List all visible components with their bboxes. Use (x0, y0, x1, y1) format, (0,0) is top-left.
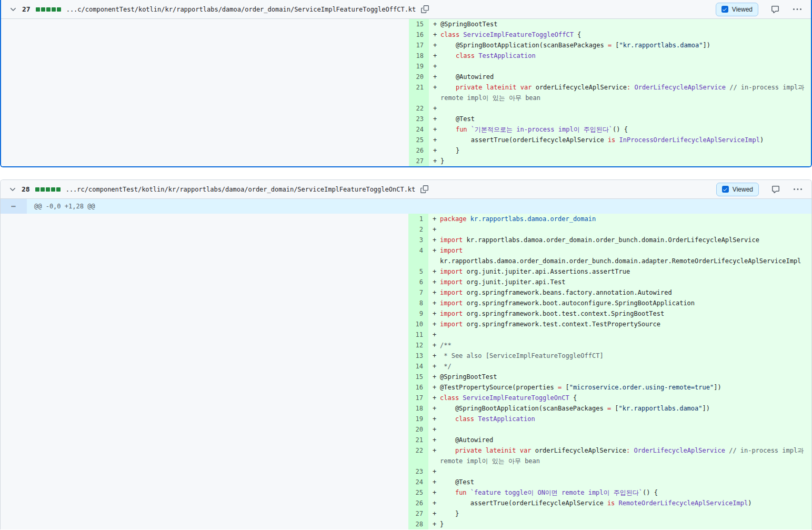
line-number[interactable]: 1 (408, 214, 428, 224)
added-code-cell[interactable]: + (428, 424, 811, 435)
added-code-cell[interactable]: + @Test (429, 114, 811, 124)
line-number[interactable]: 18 (409, 51, 429, 61)
line-number[interactable]: 20 (408, 424, 428, 435)
line-number[interactable]: 17 (408, 393, 428, 403)
line-number[interactable]: 16 (408, 382, 428, 393)
expand-hunk-button[interactable]: ⋯ (1, 199, 27, 214)
line-number[interactable]: 2 (408, 224, 428, 235)
added-code-cell[interactable]: + class TestApplication (428, 414, 811, 424)
copy-path-button[interactable] (420, 5, 429, 14)
added-code-cell[interactable]: + @Autowired (429, 72, 811, 82)
added-code-cell[interactable]: + private lateinit var orderLifecycleApl… (429, 82, 811, 103)
line-number[interactable]: 13 (408, 351, 428, 361)
viewed-checkbox[interactable] (722, 186, 729, 193)
viewed-toggle[interactable]: Viewed (716, 3, 758, 16)
line-number[interactable]: 27 (408, 508, 428, 519)
line-number[interactable]: 26 (409, 145, 429, 156)
added-code-cell[interactable]: +@SpringBootTest (429, 19, 811, 29)
line-number[interactable]: 6 (408, 277, 428, 287)
added-code-cell[interactable]: + (429, 103, 811, 114)
added-code-cell[interactable]: + @SpringBootApplication(scanBasePackage… (429, 40, 811, 51)
line-number[interactable]: 25 (409, 135, 429, 145)
added-code-cell[interactable]: + (429, 61, 811, 72)
collapse-file-button[interactable] (8, 5, 18, 14)
line-number[interactable]: 28 (408, 519, 428, 529)
added-code-cell[interactable]: + fun `기본적으로는 in-process impl이 주입된다`() { (429, 124, 811, 135)
added-code-cell[interactable]: + */ (428, 361, 811, 372)
added-code-cell[interactable]: + class TestApplication (429, 51, 811, 61)
added-code-cell[interactable]: +import org.junit.jupiter.api.Test (428, 277, 811, 287)
line-number[interactable]: 7 (408, 287, 428, 298)
line-number[interactable]: 23 (409, 114, 429, 124)
line-number[interactable]: 21 (409, 82, 429, 103)
line-number[interactable]: 15 (409, 19, 429, 29)
added-code-cell[interactable]: + private lateinit var orderLifecycleApl… (428, 445, 811, 466)
diff-line: 15+@SpringBootTest (1, 19, 811, 29)
viewed-toggle[interactable]: Viewed (716, 183, 759, 196)
viewed-checkbox[interactable] (721, 6, 728, 13)
added-code-cell[interactable]: + (428, 224, 811, 235)
line-number[interactable]: 10 (408, 319, 428, 329)
file-options-button[interactable] (792, 4, 803, 15)
copy-path-button[interactable] (419, 185, 429, 194)
line-number[interactable]: 17 (409, 40, 429, 51)
line-number[interactable]: 15 (408, 372, 428, 382)
added-code-cell[interactable]: + @Autowired (428, 435, 811, 445)
added-code-cell[interactable]: +import org.springframework.beans.factor… (428, 287, 811, 298)
line-number[interactable]: 25 (408, 487, 428, 498)
added-code-cell[interactable]: +@TestPropertySource(properties = ["micr… (428, 382, 811, 393)
collapse-file-button[interactable] (8, 185, 17, 194)
line-number[interactable]: 24 (409, 124, 429, 135)
line-number[interactable]: 14 (408, 361, 428, 372)
line-number[interactable]: 20 (409, 72, 429, 82)
added-code-cell[interactable]: + assertTrue(orderLifecycleAplService is… (429, 135, 811, 145)
added-code-cell[interactable]: + (428, 329, 811, 340)
added-code-cell[interactable]: +package kr.rapportlabs.damoa.order_doma… (428, 214, 811, 224)
line-number[interactable]: 3 (408, 235, 428, 245)
old-side-empty-cell (1, 361, 408, 372)
line-number[interactable]: 27 (409, 156, 429, 166)
line-number[interactable]: 19 (409, 61, 429, 72)
added-code-cell[interactable]: +/** (428, 340, 811, 351)
added-code-cell[interactable]: +import org.springframework.boot.test.co… (428, 308, 811, 319)
added-code-cell[interactable]: + * See also [ServiceImplFeatureToggleOf… (428, 351, 811, 361)
added-code-cell[interactable]: +import org.springframework.test.context… (428, 319, 811, 329)
added-code-cell[interactable]: +import kr.rapportlabs.damoa.order_domai… (428, 245, 811, 266)
added-code-cell[interactable]: +import org.junit.jupiter.api.Assertions… (428, 266, 811, 277)
added-code-cell[interactable]: +import org.springframework.boot.autocon… (428, 298, 811, 308)
added-code-cell[interactable]: + @Test (428, 477, 811, 487)
old-side-empty-cell (1, 287, 408, 298)
added-code-cell[interactable]: +} (428, 519, 811, 529)
file-comment-button[interactable] (770, 4, 780, 15)
line-number[interactable]: 22 (409, 103, 429, 114)
line-number[interactable]: 16 (409, 29, 429, 40)
added-code-cell[interactable]: + @SpringBootApplication(scanBasePackage… (428, 403, 811, 414)
line-number[interactable]: 24 (408, 477, 428, 487)
file-comment-button[interactable] (770, 184, 781, 195)
line-number[interactable]: 11 (408, 329, 428, 340)
line-number[interactable]: 23 (408, 466, 428, 477)
line-number[interactable]: 4 (408, 245, 428, 266)
added-code-cell[interactable]: +} (429, 156, 811, 166)
line-number[interactable]: 19 (408, 414, 428, 424)
line-number[interactable]: 8 (408, 298, 428, 308)
added-code-cell[interactable]: +class ServiceImplFeatureToggleOnCT { (428, 393, 811, 403)
line-number[interactable]: 22 (408, 445, 428, 466)
added-code-cell[interactable]: + } (429, 145, 811, 156)
line-number[interactable]: 9 (408, 308, 428, 319)
added-code-cell[interactable]: + } (428, 508, 811, 519)
added-code-cell[interactable]: +@SpringBootTest (428, 372, 811, 382)
added-code-cell[interactable]: + assertTrue(orderLifecycleAplService is… (428, 498, 811, 508)
file-path[interactable]: ...rc/componentTest/kotlin/kr/rapportlab… (66, 186, 416, 193)
line-number[interactable]: 26 (408, 498, 428, 508)
line-number[interactable]: 18 (408, 403, 428, 414)
line-number[interactable]: 5 (408, 266, 428, 277)
file-path[interactable]: ...c/componentTest/kotlin/kr/rapportlabs… (66, 6, 416, 13)
added-code-cell[interactable]: + fun `feature toggle이 ON이면 remote impl이… (428, 487, 811, 498)
added-code-cell[interactable]: +import kr.rapportlabs.damoa.order_domai… (428, 235, 811, 245)
line-number[interactable]: 21 (408, 435, 428, 445)
line-number[interactable]: 12 (408, 340, 428, 351)
file-options-button[interactable] (793, 184, 803, 195)
added-code-cell[interactable]: +class ServiceImplFeatureToggleOffCT { (429, 29, 811, 40)
added-code-cell[interactable]: + (428, 466, 811, 477)
